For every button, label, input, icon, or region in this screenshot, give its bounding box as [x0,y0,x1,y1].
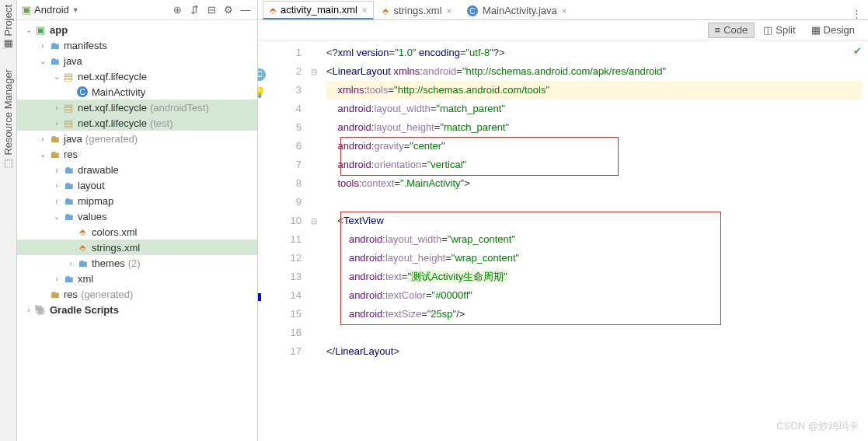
code-line[interactable]: <?xml version="1.0" encoding="utf-8"?> [326,44,862,62]
code-view-button[interactable]: ≡ Code [708,23,755,38]
tree-arrow-icon[interactable]: › [51,119,62,128]
tree-extra: (generated) [81,289,133,300]
tree-label: java [64,133,82,145]
code-line[interactable]: android:layout_width="match_parent" [326,100,862,118]
tree-arrow-icon[interactable]: ⌄ [51,212,62,221]
tree-row[interactable]: ›🖿manifests [17,37,257,53]
locate-icon[interactable]: ⊕ [170,3,184,17]
fold-marker [308,342,320,361]
tree-row[interactable]: ⌄🖿java [17,53,257,68]
code-line[interactable]: android:text="测试Activity生命周期" [326,268,862,286]
tree-row[interactable]: ⌄▣app [17,22,257,37]
project-tool-button[interactable]: ▦ Project [2,5,14,51]
tree-row[interactable]: ›🖿mipmap [17,193,257,208]
design-view-button[interactable]: ▦ Design [804,23,862,38]
tree-arrow-icon[interactable]: ⌄ [51,72,62,81]
tree-arrow-icon[interactable]: ⌄ [37,150,48,159]
tree-row[interactable]: ›▤net.xqf.lifecycle(test) [17,115,257,131]
tree-row[interactable]: ⌄🖿res [17,146,257,162]
code-line[interactable]: android:layout_height="match_parent" [326,118,862,137]
tree-arrow-icon[interactable]: › [37,41,48,50]
folder-gen-icon: 🖿 [48,132,61,145]
code-line[interactable] [326,193,862,212]
folder-blue-icon: 🖿 [62,179,75,191]
tree-row[interactable]: ›🖿layout [17,177,257,193]
tree-label: manifests [64,40,107,51]
tree-row[interactable]: ⬘strings.xml [17,240,257,255]
fold-marker [308,193,320,212]
tab-label: MainActivity.java [483,5,557,16]
code-line[interactable]: <LinearLayout xmlns:android="http://sche… [326,62,862,81]
code-line[interactable]: android:layout_height="wrap_content" [326,249,862,268]
tree-row[interactable]: ⌄▤net.xqf.lifecycle [17,68,257,84]
close-icon[interactable]: × [447,6,451,16]
tree-row[interactable]: ›🖿drawable [17,162,257,177]
tree-arrow-icon[interactable]: ⌄ [37,57,48,65]
fold-marker [308,137,320,156]
fold-marker[interactable]: ⊟ [308,62,320,81]
tree-arrow-icon[interactable]: › [65,259,76,268]
code-line[interactable]: android:layout_width="wrap_content" [326,230,862,249]
tree-label: mipmap [78,195,113,207]
tabs-menu-icon[interactable]: ⋮ [845,8,868,19]
tree-row[interactable]: 🖿res(generated) [17,286,257,302]
code-line[interactable]: android:textSize="25sp"/> [326,305,862,324]
tree-row[interactable]: CMainActivity [17,84,257,100]
project-tree[interactable]: ⌄▣app›🖿manifests⌄🖿java⌄▤net.xqf.lifecycl… [17,20,257,441]
tree-arrow-icon[interactable]: › [51,197,62,205]
tree-arrow-icon[interactable]: ⌄ [23,26,34,34]
code-line[interactable]: </LinearLayout> [326,342,862,361]
line-number: 7 [258,156,302,174]
editor-tab[interactable]: CMainActivity.java× [460,1,573,19]
code-content[interactable]: <?xml version="1.0" encoding="utf-8"?><L… [320,40,868,441]
code-line[interactable]: xmlns:tools="http://schemas.android.com/… [326,81,862,100]
tree-row[interactable]: ›🖿themes(2) [17,255,257,271]
project-panel: ▣ Android ▼ ⊕ ⇵ ⊟ ⚙ — ⌄▣app›🖿manifests⌄🖿… [17,0,258,441]
code-line[interactable]: tools:context=".MainActivity"> [326,174,862,193]
tool-window-rail: ▦ Project ⬚ Resource Manager [0,0,17,441]
code-line[interactable]: android:orientation="vertical" [326,156,862,174]
close-icon[interactable]: × [562,6,566,16]
tree-label: layout [78,180,105,191]
tree-row[interactable]: ›🐘Gradle Scripts [17,302,257,317]
split-view-button[interactable]: ◫ Split [756,23,802,38]
project-icon: ▦ [2,39,14,51]
tree-arrow-icon[interactable]: › [51,103,62,112]
project-panel-header: ▣ Android ▼ ⊕ ⇵ ⊟ ⚙ — [17,0,257,20]
tree-label: net.xqf.lifecycle [78,117,147,129]
code-line[interactable]: <TextView [326,212,862,230]
tree-row[interactable]: ⬘colors.xml [17,224,257,240]
split-icon: ◫ [763,24,772,36]
tree-arrow-icon[interactable]: › [51,166,62,174]
tree-row[interactable]: ›🖿xml [17,271,257,286]
resource-manager-tool-button[interactable]: ⬚ Resource Manager [2,69,14,170]
code-line[interactable] [326,324,862,342]
fold-marker[interactable]: ⊟ [308,212,320,230]
tree-row[interactable]: ⌄🖿values [17,208,257,224]
code-line[interactable]: android:textColor="#0000ff" [326,286,862,305]
project-view-selector[interactable]: Android ▼ [34,4,79,16]
tree-row[interactable]: ›▤net.xqf.lifecycle(androidTest) [17,100,257,115]
tree-row[interactable]: ›🖿java(generated) [17,131,257,146]
resource-icon: ⬚ [2,159,14,170]
expand-icon[interactable]: ⇵ [187,3,201,17]
line-number: 3💡 [258,81,302,100]
gradle-icon: 🐘 [34,303,47,316]
close-icon[interactable]: × [362,5,367,15]
tree-arrow-icon[interactable]: › [37,135,48,143]
hide-icon[interactable]: — [239,3,253,17]
code-line[interactable]: android:gravity="center" [326,137,862,156]
gear-icon[interactable]: ⚙ [221,3,235,17]
tree-arrow-icon[interactable]: › [51,181,62,190]
collapse-icon[interactable]: ⊟ [204,3,218,17]
folder-blue-icon: 🖿 [62,272,75,285]
tree-arrow-icon[interactable]: › [51,275,62,283]
line-number: 15 [258,305,302,324]
editor-tab[interactable]: ⬘strings.xml× [375,1,458,19]
code-editor[interactable]: ✔ 12C3💡4567891011121314151617 ⊟⊟ <?xml v… [258,40,868,441]
package-icon: ▤ [62,70,75,82]
tree-arrow-icon[interactable]: › [23,306,34,314]
tree-extra: (generated) [85,133,138,145]
editor-tab[interactable]: ⬘activity_main.xml× [263,1,374,19]
tree-extra: (2) [128,257,141,269]
